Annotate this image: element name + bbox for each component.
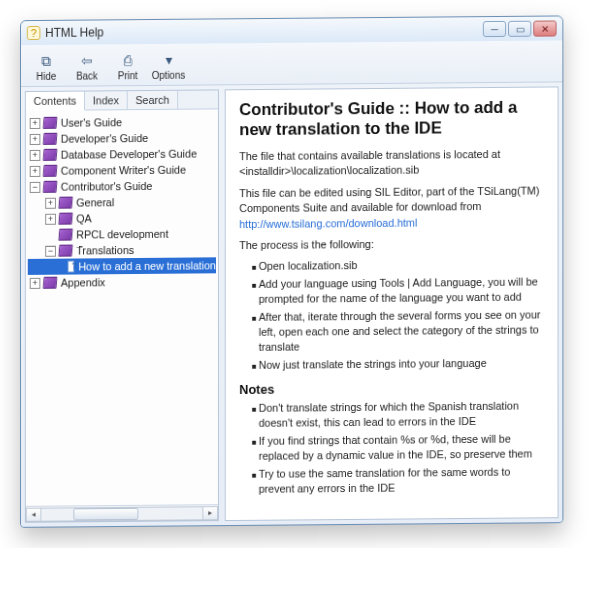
options-label: Options bbox=[152, 70, 185, 81]
paragraph: The file that contains available transla… bbox=[239, 147, 544, 180]
tree-item-howto-selected[interactable]: How to add a new translation bbox=[28, 257, 216, 275]
content-panel: Contributor's Guide :: How to add a new … bbox=[225, 86, 559, 521]
list-item: After that, iterate through the several … bbox=[259, 307, 544, 354]
list-item: Add your language using Tools | Add Lang… bbox=[259, 275, 544, 307]
print-label: Print bbox=[118, 70, 138, 81]
paragraph: This file can be edited using SIL Editor… bbox=[239, 183, 544, 232]
page-icon bbox=[68, 261, 75, 273]
expand-icon[interactable]: + bbox=[30, 117, 41, 128]
expand-icon[interactable]: + bbox=[45, 197, 56, 208]
list-item: Don't translate strings for which the Sp… bbox=[259, 399, 544, 431]
back-icon: ⇦ bbox=[76, 50, 97, 70]
page-heading: Contributor's Guide :: How to add a new … bbox=[239, 98, 544, 140]
notes-heading: Notes bbox=[239, 380, 544, 398]
collapse-icon[interactable]: − bbox=[45, 245, 56, 256]
book-icon bbox=[43, 165, 58, 177]
options-tool[interactable]: ▾ Options bbox=[149, 48, 188, 83]
help-window: ? HTML Help ─ ▭ ✕ ⧉ Hide ⇦ Back ⎙ Print … bbox=[20, 15, 563, 528]
expand-icon[interactable]: + bbox=[30, 133, 41, 144]
scroll-thumb[interactable] bbox=[74, 508, 138, 521]
tab-contents[interactable]: Contents bbox=[26, 92, 85, 112]
hide-label: Hide bbox=[36, 71, 56, 82]
expand-icon[interactable]: + bbox=[30, 165, 41, 176]
tree-item-appendix[interactable]: +Appendix bbox=[28, 273, 216, 291]
book-icon bbox=[58, 245, 73, 257]
list-item: Open localization.sib bbox=[259, 257, 544, 274]
book-icon bbox=[43, 117, 58, 129]
window-title: HTML Help bbox=[45, 25, 103, 40]
book-icon bbox=[43, 149, 58, 161]
back-label: Back bbox=[76, 70, 98, 81]
contents-tree: +User's Guide +Developer's Guide +Databa… bbox=[26, 109, 218, 506]
body-area: Contents Index Search +User's Guide +Dev… bbox=[21, 82, 562, 527]
expand-icon[interactable]: + bbox=[30, 277, 41, 288]
hide-icon: ⧉ bbox=[36, 51, 57, 71]
download-link[interactable]: http://www.tsilang.com/download.html bbox=[239, 216, 417, 230]
book-icon bbox=[43, 277, 58, 289]
paragraph: The process is the following: bbox=[239, 236, 544, 254]
book-icon bbox=[58, 229, 73, 241]
print-tool[interactable]: ⎙ Print bbox=[108, 48, 147, 83]
collapse-icon[interactable]: − bbox=[30, 181, 41, 192]
hide-tool[interactable]: ⧉ Hide bbox=[27, 49, 66, 84]
list-item: Now just translate the strings into your… bbox=[259, 355, 544, 372]
steps-list: Open localization.sib Add your language … bbox=[239, 257, 544, 372]
help-icon: ? bbox=[27, 26, 41, 40]
nav-panel: Contents Index Search +User's Guide +Dev… bbox=[25, 89, 219, 523]
book-icon bbox=[43, 181, 58, 193]
expand-icon[interactable]: + bbox=[45, 213, 56, 224]
notes-list: Don't translate strings for which the Sp… bbox=[239, 399, 544, 497]
book-icon bbox=[58, 213, 73, 225]
back-tool[interactable]: ⇦ Back bbox=[68, 48, 107, 83]
book-icon bbox=[58, 197, 73, 209]
tab-index[interactable]: Index bbox=[85, 91, 128, 109]
expand-icon[interactable]: + bbox=[30, 149, 41, 160]
book-icon bbox=[43, 133, 58, 145]
